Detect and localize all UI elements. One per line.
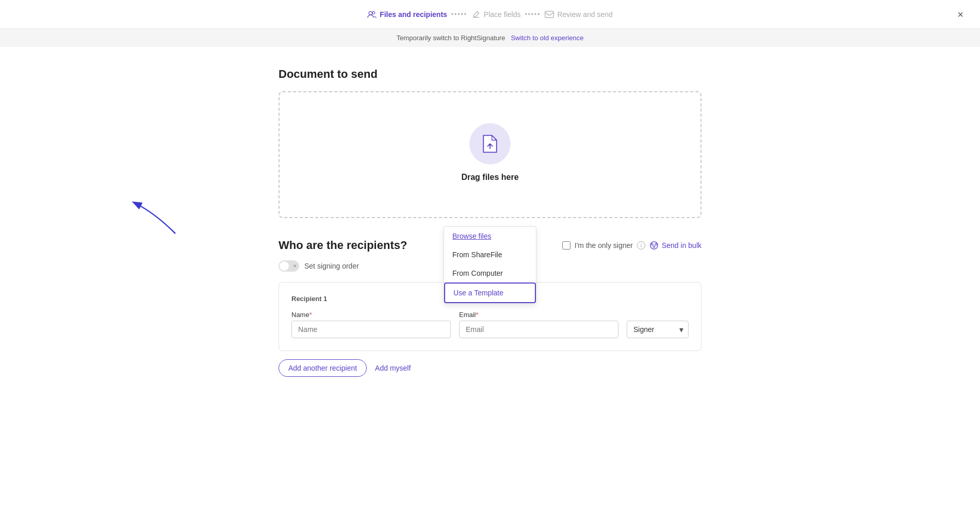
step3-label: Review and send <box>557 10 612 19</box>
svg-point-5 <box>655 243 657 245</box>
name-label: Name* <box>291 311 451 319</box>
use-template-item[interactable]: Use a Template <box>444 282 536 303</box>
upload-dropdown: Browse files From ShareFile From Compute… <box>444 226 536 304</box>
nav-steps: Files and recipients ••••• Place fields … <box>367 10 613 19</box>
send-bulk-label: Send in bulk <box>662 241 701 250</box>
name-required: * <box>309 311 312 319</box>
from-computer-item[interactable]: From Computer <box>444 264 536 282</box>
upload-area[interactable]: Drag files here Browse files From ShareF… <box>279 91 701 218</box>
recipients-title: Who are the recipients? <box>279 239 407 252</box>
main-content: Document to send Drag files here Browse … <box>268 47 712 397</box>
email-field-group: Email* <box>459 311 618 338</box>
close-button[interactable]: × <box>957 8 963 20</box>
role-select[interactable]: Signer <box>627 321 689 338</box>
only-signer-checkbox[interactable] <box>562 241 570 250</box>
svg-point-0 <box>369 11 372 15</box>
name-input[interactable] <box>291 321 451 338</box>
from-sharefile-item[interactable]: From ShareFile <box>444 245 536 264</box>
svg-point-1 <box>372 11 375 14</box>
users-icon <box>367 10 377 19</box>
mail-icon <box>545 10 554 19</box>
svg-point-4 <box>651 243 654 245</box>
switch-old-link[interactable]: Switch to old experience <box>511 34 583 42</box>
step2-label: Place fields <box>484 10 521 19</box>
add-recipient-button[interactable]: Add another recipient <box>279 359 367 377</box>
dots-1: ••••• <box>451 11 467 18</box>
arrow-svg <box>124 197 186 239</box>
toggle-label: Set signing order <box>304 262 359 270</box>
nav-step-place[interactable]: Place fields <box>471 10 521 19</box>
bottom-actions: Add another recipient Add myself <box>279 359 701 377</box>
role-select-wrapper: Signer <box>627 321 689 338</box>
edit-icon <box>471 10 481 19</box>
document-section-title: Document to send <box>279 68 701 81</box>
nav-step-files[interactable]: Files and recipients <box>367 10 447 19</box>
add-myself-button[interactable]: Add myself <box>375 364 411 372</box>
info-icon[interactable]: i <box>637 241 645 250</box>
top-nav: Files and recipients ••••• Place fields … <box>0 0 980 29</box>
step1-label: Files and recipients <box>380 10 447 19</box>
email-required: * <box>476 311 479 319</box>
name-field-group: Name* <box>291 311 451 338</box>
drag-text: Drag files here <box>461 173 518 182</box>
browse-files-item[interactable]: Browse files <box>444 227 536 245</box>
only-signer-row: I'm the only signer i <box>562 241 645 250</box>
bulk-icon <box>649 241 659 250</box>
dots-2: ••••• <box>525 11 541 18</box>
recipients-right: I'm the only signer i Send in bulk <box>562 241 701 250</box>
toggle-knob <box>280 261 289 271</box>
banner-text: Temporarily switch to RightSignature <box>397 34 505 42</box>
email-label: Email* <box>459 311 618 319</box>
only-signer-label: I'm the only signer <box>575 241 633 250</box>
recipient-fields-1: Name* Email* Signer <box>291 311 689 338</box>
send-bulk-button[interactable]: Send in bulk <box>649 241 701 250</box>
svg-rect-2 <box>545 11 553 17</box>
signing-order-toggle[interactable] <box>279 260 299 272</box>
banner: Temporarily switch to RightSignature Swi… <box>0 29 980 47</box>
svg-point-6 <box>653 246 655 248</box>
email-input[interactable] <box>459 321 618 338</box>
nav-step-review[interactable]: Review and send <box>545 10 612 19</box>
upload-icon-circle <box>469 123 511 164</box>
